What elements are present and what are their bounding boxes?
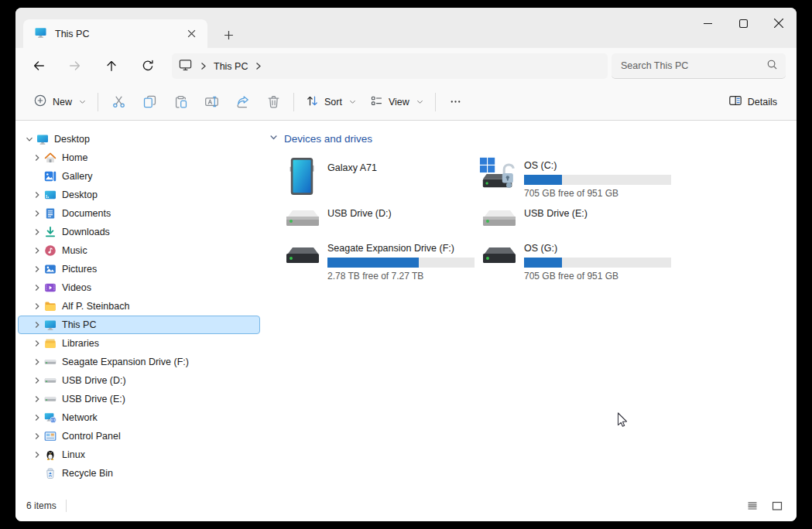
chevron-right-icon[interactable] xyxy=(30,300,43,312)
sidebar-item-videos[interactable]: Videos xyxy=(18,278,260,297)
sidebar-item-label: Desktop xyxy=(54,134,90,145)
sort-button[interactable]: Sort xyxy=(299,89,363,115)
sidebar-item-network[interactable]: Network xyxy=(18,408,260,427)
sidebar-item-gallery[interactable]: Gallery xyxy=(18,167,260,186)
tab-close-icon[interactable] xyxy=(183,26,200,43)
toolbar-divider xyxy=(98,93,98,111)
chevron-right-icon[interactable] xyxy=(30,356,43,368)
list-view-icon[interactable] xyxy=(742,497,762,515)
maximize-button[interactable] xyxy=(725,8,761,39)
search-box[interactable] xyxy=(612,53,786,79)
new-tab-button[interactable] xyxy=(218,25,238,45)
tile-os-g[interactable]: OS (G:) 705 GB free of 951 GB xyxy=(479,241,676,286)
tile-label: Seagate Expansion Drive (F:) xyxy=(327,243,475,254)
sidebar-item-label: Alf P. Steinbach xyxy=(62,301,129,312)
up-button[interactable] xyxy=(98,53,125,79)
sidebar-item-user-folder[interactable]: Alf P. Steinbach xyxy=(18,297,260,316)
view-button[interactable]: View xyxy=(363,89,430,115)
chevron-right-icon[interactable] xyxy=(30,393,43,405)
forward-button[interactable] xyxy=(62,53,88,79)
breadcrumb-chevron-icon[interactable] xyxy=(255,60,262,73)
refresh-button[interactable] xyxy=(135,53,161,79)
view-layout-icon xyxy=(370,94,383,110)
sidebar-item-home[interactable]: Home xyxy=(18,148,260,167)
sidebar-item-pictures[interactable]: Pictures xyxy=(18,260,260,278)
address-bar: This PC xyxy=(15,48,797,84)
sidebar-item-desktop[interactable]: Desktop xyxy=(18,186,260,204)
close-button[interactable] xyxy=(761,8,797,39)
sidebar-item-control-panel[interactable]: Control Panel xyxy=(18,427,260,445)
sidebar-item-libraries[interactable]: Libraries xyxy=(18,334,260,353)
sidebar-item-label: Seagate Expansion Drive (F:) xyxy=(62,357,189,367)
sidebar-item-label: Desktop xyxy=(62,189,98,200)
chevron-right-icon[interactable] xyxy=(30,226,43,238)
share-button[interactable] xyxy=(227,89,258,115)
music-icon xyxy=(43,244,57,257)
items-count: 6 items xyxy=(26,500,57,511)
chevron-right-icon[interactable] xyxy=(30,244,43,257)
sidebar-item-label: USB Drive (E:) xyxy=(62,394,125,404)
chevron-right-icon[interactable] xyxy=(30,189,43,201)
breadcrumb-item-this-pc[interactable]: This PC xyxy=(214,61,248,72)
chevron-right-icon[interactable] xyxy=(30,319,43,331)
chevron-right-icon[interactable] xyxy=(30,449,43,461)
tab-this-pc[interactable]: This PC xyxy=(23,19,207,48)
sidebar-item-seagate-drive-f[interactable]: Seagate Expansion Drive (F:) xyxy=(18,353,260,371)
toolbar-divider xyxy=(293,93,294,111)
search-icon[interactable] xyxy=(766,59,778,73)
gallery-icon xyxy=(43,170,57,183)
tile-seagate-f[interactable]: Seagate Expansion Drive (F:) 2.78 TB fre… xyxy=(283,241,479,286)
back-button[interactable] xyxy=(26,53,52,79)
tile-os-c[interactable]: OS (C:) 705 GB free of 951 GB xyxy=(479,156,676,204)
chevron-down-icon[interactable] xyxy=(269,131,279,145)
more-options-button[interactable] xyxy=(440,89,471,115)
chevron-right-icon[interactable] xyxy=(30,430,43,442)
chevron-down-icon[interactable] xyxy=(22,133,36,145)
section-title: Devices and drives xyxy=(284,133,372,145)
search-input[interactable] xyxy=(621,60,766,71)
chevron-down-icon xyxy=(349,97,356,108)
details-button[interactable]: Details xyxy=(721,89,784,115)
sidebar-item-downloads[interactable]: Downloads xyxy=(18,223,260,241)
breadcrumb-monitor-icon[interactable] xyxy=(178,57,193,75)
sidebar-item-label: This PC xyxy=(62,319,96,330)
chevron-right-icon[interactable] xyxy=(30,337,43,350)
breadcrumb[interactable]: This PC xyxy=(172,53,608,79)
chevron-right-icon[interactable] xyxy=(30,263,43,275)
chevron-right-icon[interactable] xyxy=(30,207,43,220)
sidebar-item-music[interactable]: Music xyxy=(18,241,260,260)
tile-usb-e[interactable]: USB Drive (E:) xyxy=(479,204,676,241)
chevron-right-icon[interactable] xyxy=(30,282,43,294)
tile-label: OS (C:) xyxy=(524,160,671,172)
tile-caption: 705 GB free of 951 GB xyxy=(524,271,671,282)
sidebar-item-usb-drive-e[interactable]: USB Drive (E:) xyxy=(18,390,260,408)
sidebar-item-linux[interactable]: Linux xyxy=(18,445,260,464)
tile-caption: 2.78 TB free of 7.27 TB xyxy=(327,271,475,282)
tab-title: This PC xyxy=(55,29,183,39)
tile-usb-d[interactable]: USB Drive (D:) xyxy=(283,204,479,241)
copy-button[interactable] xyxy=(134,89,165,115)
chevron-right-icon[interactable] xyxy=(30,152,43,164)
large-icons-view-icon[interactable] xyxy=(767,497,787,515)
new-button[interactable]: New xyxy=(26,89,93,115)
sidebar-item-label: Recycle Bin xyxy=(62,468,113,479)
chevron-right-icon[interactable] xyxy=(30,411,43,424)
chevron-right-icon[interactable] xyxy=(30,374,43,387)
tile-caption: 705 GB free of 951 GB xyxy=(524,188,671,199)
minimize-button[interactable] xyxy=(690,8,725,39)
file-explorer-window: This PC xyxy=(15,8,797,521)
tile-galaxy-a71[interactable]: Galaxy A71 xyxy=(283,156,479,204)
delete-button[interactable] xyxy=(258,89,289,115)
sidebar-item-documents[interactable]: Documents xyxy=(18,204,260,223)
libraries-icon xyxy=(43,337,57,350)
section-devices-and-drives[interactable]: Devices and drives xyxy=(269,131,797,145)
sidebar-item-this-pc[interactable]: This PC xyxy=(18,316,260,334)
sidebar-item-usb-drive-d[interactable]: USB Drive (D:) xyxy=(18,371,260,390)
sidebar-item-desktop-root[interactable]: Desktop xyxy=(18,130,260,148)
usb-drive-icon xyxy=(283,204,321,232)
cut-button[interactable] xyxy=(103,89,134,115)
sidebar-item-label: Music xyxy=(62,245,87,256)
sidebar-item-recycle-bin[interactable]: Recycle Bin xyxy=(18,464,260,483)
rename-button[interactable] xyxy=(196,89,227,115)
paste-button[interactable] xyxy=(165,89,196,115)
